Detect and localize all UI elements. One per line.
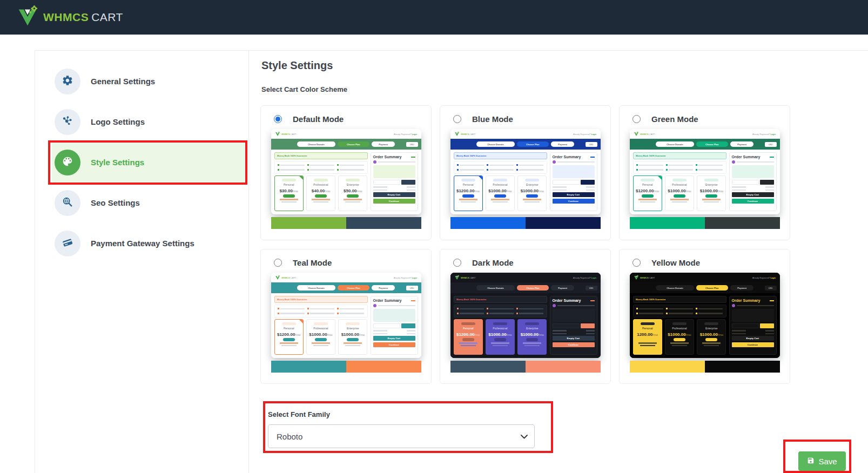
theme-card-yellow[interactable]: Yellow Mode WHMCS CART Already Registere… xyxy=(619,249,790,384)
thumb-currency-select: USD xyxy=(406,286,418,290)
thumb-navbar: Choose Domain Choose Plan Payment USD xyxy=(271,139,421,150)
thumb-step-pill-active: Choose Plan xyxy=(338,285,369,290)
thumb-plan-card: Enterprise $1000.00/mo xyxy=(517,319,547,355)
thumb-step-pill: Payment xyxy=(551,141,574,147)
sidebar-item-label: Payment Gateway Settings xyxy=(91,239,194,248)
theme-radio[interactable] xyxy=(633,115,641,123)
thumb-plan-card: Professional $1000.00/mo xyxy=(486,319,515,355)
thumb-summary-details-box xyxy=(553,309,595,322)
thumb-step-pill: Payment xyxy=(372,141,395,147)
thumb-features-list xyxy=(454,161,547,174)
theme-color-swatches xyxy=(450,361,601,373)
thumb-topbar: WHMCS CART Already Registered?Login xyxy=(630,129,780,139)
sidebar-item-style[interactable]: Style Settings xyxy=(52,142,245,183)
theme-color-swatches xyxy=(630,361,780,373)
theme-swatch-primary xyxy=(450,217,526,229)
thumb-promo-row xyxy=(373,180,415,185)
thumb-currency-select: USD xyxy=(406,142,418,147)
theme-card-header: Dark Mode xyxy=(453,258,602,267)
thumb-plan-card: Professional $1000.00/mo xyxy=(665,175,694,211)
thumb-features-list xyxy=(274,305,368,317)
thumb-step-pill: Choose Domain xyxy=(297,141,335,147)
thumb-plan-card-highlighted: Personal $1200.00/mo xyxy=(633,175,662,211)
sidebar-item-payment[interactable]: Payment Gateway Settings xyxy=(52,223,245,263)
thumb-login-link: Already Registered?Login xyxy=(752,276,776,279)
theme-card-default[interactable]: Default Mode WHMCS CART Already Register… xyxy=(260,105,432,240)
theme-color-swatches xyxy=(450,217,601,229)
theme-swatch-secondary xyxy=(526,361,601,373)
thumb-step-pill: Choose Domain xyxy=(476,141,515,147)
theme-radio[interactable] xyxy=(633,259,641,267)
theme-radio[interactable] xyxy=(453,259,461,267)
thumb-plan-card-highlighted: Personal $1200.00/mo xyxy=(454,319,483,355)
thumb-plan-card-highlighted: Personal $1200.00/mo xyxy=(454,175,483,211)
thumb-logo: WHMCS CART xyxy=(275,275,311,280)
thumb-empty-cart-button: Empty Cart xyxy=(373,336,415,341)
thumb-plan-card-highlighted: Personal 1200.00/mo xyxy=(633,319,662,355)
theme-card-dark[interactable]: Dark Mode WHMCS CART Already Registered?… xyxy=(440,249,611,384)
theme-card-blue[interactable]: Blue Mode WHMCS CART Already Registered?… xyxy=(440,105,611,240)
thumb-order-summary: Order Summary Empty Cart Continue xyxy=(729,152,777,211)
thumb-moneyback-banner: Money Back 100% Guarantee xyxy=(633,152,726,159)
thumb-plan-card: Enterprise $1000.00/mo xyxy=(697,175,726,211)
thumb-plan-card-highlighted: Personal $1200.00/mo xyxy=(274,319,304,355)
thumb-main-column: Money Back 100% Guarantee Personal $1200… xyxy=(454,152,547,211)
theme-preview-thumbnail: WHMCS CART Already Registered?Login Choo… xyxy=(271,129,421,214)
scheme-label: Select Cart Color Scheme xyxy=(261,85,347,93)
thumb-logo: WHMCS CART xyxy=(454,275,490,280)
thumb-promo-row xyxy=(732,323,774,328)
theme-radio[interactable] xyxy=(274,259,282,267)
theme-swatch-secondary xyxy=(705,217,780,229)
thumb-features-list xyxy=(454,305,547,317)
theme-radio[interactable] xyxy=(453,115,461,123)
theme-card-header: Teal Mode xyxy=(274,258,422,267)
thumb-features-list xyxy=(633,161,726,174)
palette-icon xyxy=(62,156,73,170)
font-family-select-wrap: Roboto xyxy=(268,424,535,448)
theme-label: Dark Mode xyxy=(472,258,514,267)
thumb-currency-select: USD xyxy=(586,286,597,290)
thumb-item-dot xyxy=(373,160,376,164)
logo-text: WHMCSCART xyxy=(43,11,123,24)
theme-radio[interactable] xyxy=(274,115,282,123)
thumb-plan-card: Professional $40.00/mo xyxy=(306,175,335,211)
thumb-pricing-cards: Personal $30.00/mo Professional $40.00/m… xyxy=(274,175,368,211)
thumb-step-pill: Choose Domain xyxy=(297,285,335,290)
sidebar-item-logo[interactable]: Logo Settings xyxy=(52,102,245,142)
save-button[interactable]: Save xyxy=(798,451,846,471)
thumb-topbar: WHMCS CART Already Registered?Login xyxy=(630,273,780,282)
whmcs-cart-logo: WHMCSCART xyxy=(16,5,123,30)
thumb-continue-button: Continue xyxy=(732,199,774,204)
thumb-step-pill: Choose Domain xyxy=(656,285,694,290)
theme-card-header: Green Mode xyxy=(633,114,781,124)
font-family-select[interactable]: Roboto xyxy=(268,424,535,448)
thumb-pricing-cards: Personal $1200.00/mo Professional $1000.… xyxy=(274,319,368,355)
thumb-main-column: Money Back 100% Guarantee Personal $1200… xyxy=(274,296,368,355)
thumb-item-dot xyxy=(553,304,556,307)
thumb-order-summary: Order Summary Empty Cart Continue xyxy=(729,296,777,355)
thumb-plan-card: Professional $1000.00/mo xyxy=(665,319,694,355)
thumb-order-summary: Order Summary Empty Cart Continue xyxy=(550,152,597,211)
theme-swatch-primary xyxy=(630,217,705,229)
sidebar-item-general[interactable]: General Settings xyxy=(52,61,245,102)
theme-card-teal[interactable]: Teal Mode WHMCS CART Already Registered?… xyxy=(260,249,432,384)
sidebar-item-label: Seo Settings xyxy=(91,198,140,207)
sidebar-item-icon-circle xyxy=(55,231,80,256)
theme-card-green[interactable]: Green Mode WHMCS CART Already Registered… xyxy=(619,105,790,240)
thumb-body: Money Back 100% Guarantee Personal $1200… xyxy=(450,293,601,358)
thumb-continue-button: Continue xyxy=(553,199,595,204)
theme-label: Teal Mode xyxy=(293,258,332,267)
thumb-navbar: Choose Domain Choose Plan Payment USD xyxy=(450,139,601,150)
thumb-step-pill-active: Choose Plan xyxy=(517,141,548,147)
thumb-main-column: Money Back 100% Guarantee Personal 1200.… xyxy=(633,296,726,355)
thumb-topbar: WHMCS CART Already Registered?Login xyxy=(271,273,421,282)
sidebar-item-seo[interactable]: Seo Settings xyxy=(52,183,245,223)
thumb-promo-row xyxy=(373,323,415,328)
thumb-body: Money Back 100% Guarantee Personal $1200… xyxy=(450,150,601,214)
thumb-empty-cart-button: Empty Cart xyxy=(553,336,595,341)
thumb-step-pill-active: Choose Plan xyxy=(696,141,728,147)
thumb-body: Money Back 100% Guarantee Personal $1200… xyxy=(630,150,780,214)
thumb-currency-select: USD xyxy=(765,142,777,147)
theme-preview-thumbnail: WHMCS CART Already Registered?Login Choo… xyxy=(630,129,780,214)
sidebar-item-icon-circle xyxy=(55,69,80,94)
